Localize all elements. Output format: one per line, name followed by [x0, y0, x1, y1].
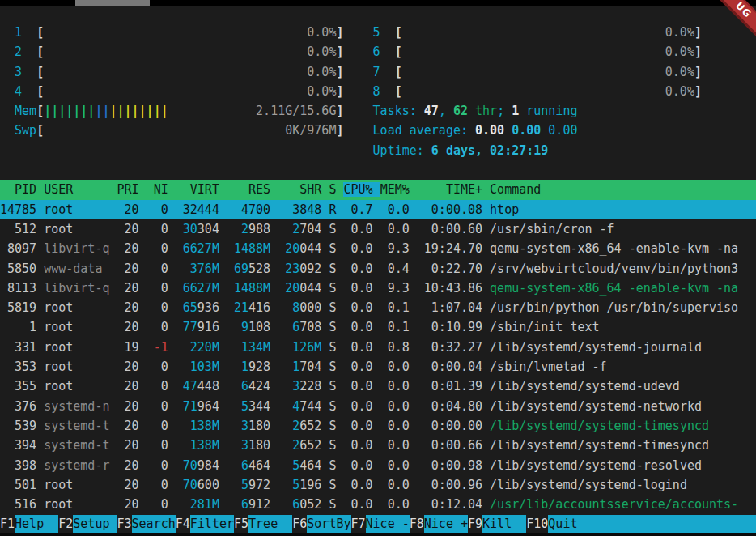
fkey-f8-nice-[interactable]: F8Nice +: [410, 515, 468, 533]
ni-cell: 0: [147, 497, 168, 512]
swp-label: Swp: [15, 123, 36, 138]
process-row-512[interactable]: 512 root 20 0 30304 2988 2704 S 0.0 0.0 …: [0, 219, 756, 239]
window-tab-fragment[interactable]: [75, 0, 150, 6]
pri-cell: 20: [117, 359, 139, 374]
process-row-8113[interactable]: 8113 libvirt-q 20 0 6627M 1488M 20044 S …: [0, 279, 756, 298]
uptime-line: Uptime: 6 days, 02:27:19: [0, 141, 756, 160]
time-cell: 0:00.96: [417, 478, 482, 492]
column-header-pri[interactable]: PRI: [117, 182, 147, 197]
pid-cell: 539: [0, 419, 36, 433]
column-header-shr[interactable]: SHR: [278, 182, 329, 197]
pid-cell: 512: [0, 222, 36, 236]
process-row-516[interactable]: 516 root 20 0 281M 6912 6052 S 0.0 0.0 0…: [0, 495, 756, 514]
column-header-ni[interactable]: NI: [147, 182, 176, 197]
ni-cell: 0: [147, 359, 168, 374]
uptime-value: 6 days, 02:27:19: [431, 143, 549, 158]
mem-cell: 0.0: [380, 458, 410, 473]
pid-cell: 5850: [0, 262, 36, 276]
user-cell: root: [44, 320, 109, 334]
meters-panel: 1 [ 0.0%] 5 [ 0.0%] 2 [ 0.0%] 6 [ 0.0%] …: [0, 6, 756, 180]
mem-cell: 0.0: [380, 438, 410, 453]
process-row-331[interactable]: 331 root 19 -1 220M 134M 126M S 0.0 0.8 …: [0, 338, 756, 357]
process-row-1[interactable]: 1 root 20 0 77916 9108 6708 S 0.0 0.1 0:…: [0, 317, 756, 337]
cpu-meter-row-3: 3 [ 0.0%] 7 [ 0.0%]: [0, 62, 756, 82]
process-row-14785[interactable]: 14785 root 20 0 32444 4700 3848 R 0.7 0.…: [0, 200, 756, 219]
mem-cell: 0.0: [380, 359, 410, 374]
user-cell: www-data: [44, 262, 109, 276]
process-row-539[interactable]: 539 systemd-t 20 0 138M 3180 2652 S 0.0 …: [0, 416, 756, 436]
user-cell: root: [44, 497, 109, 512]
column-header-pid[interactable]: PID: [0, 182, 44, 197]
command-cell: /lib/systemd/systemd-udevd: [490, 379, 680, 393]
cpu-percent: 0.0%: [307, 84, 336, 99]
process-row-5819[interactable]: 5819 root 20 0 65936 21416 8000 S 0.0 0.…: [0, 298, 756, 317]
ni-cell: -1: [147, 340, 168, 355]
cpu-cell: 0.0: [343, 379, 372, 393]
column-header-mem[interactable]: MEM%: [380, 182, 417, 197]
pri-cell: 20: [117, 399, 139, 414]
fkey-f5-tree[interactable]: F5Tree: [234, 515, 292, 533]
pid-cell: 8113: [0, 281, 36, 296]
fkey-f3-search[interactable]: F3Search: [117, 515, 176, 533]
column-header-user[interactable]: USER: [44, 182, 117, 197]
column-header-virt[interactable]: VIRT: [176, 182, 227, 197]
mem-cell: 0.0: [380, 202, 410, 217]
process-row-5850[interactable]: 5850 www-data 20 0 376M 69528 23092 S 0.…: [0, 259, 756, 279]
cpu-cell: 0.0: [343, 241, 372, 256]
cpu-cell: 0.0: [343, 399, 372, 414]
time-cell: 0:00.98: [417, 458, 482, 473]
cpu-percent: 0.0%: [307, 65, 336, 79]
process-row-353[interactable]: 353 root 20 0 103M 1928 1704 S 0.0 0.0 0…: [0, 357, 756, 376]
time-cell: 0:00.66: [417, 438, 482, 453]
fkey-f2-setup[interactable]: F2Setup: [58, 515, 117, 533]
cpu-percent: 0.0%: [665, 25, 694, 40]
column-header-res[interactable]: RES: [227, 182, 278, 197]
ni-cell: 0: [147, 241, 168, 256]
window-top-strip: [0, 0, 756, 6]
mem-cell: 9.3: [380, 281, 410, 296]
command-cell: /lib/systemd/systemd-journald: [490, 340, 702, 355]
command-cell: htop: [490, 202, 519, 217]
time-cell: 0:01.39: [417, 379, 482, 393]
fkey-f7-nice-[interactable]: F7Nice -: [351, 515, 410, 533]
time-cell: 0:10.99: [417, 320, 482, 334]
command-cell: qemu-system-x86_64 -enable-kvm -na: [490, 241, 738, 256]
process-row-376[interactable]: 376 systemd-n 20 0 71964 5344 4744 S 0.0…: [0, 397, 756, 416]
ni-cell: 0: [147, 419, 168, 433]
fkey-f1-help[interactable]: F1Help: [0, 515, 58, 533]
ni-cell: 0: [147, 379, 168, 393]
pri-cell: 20: [117, 320, 139, 334]
pid-cell: 8097: [0, 241, 36, 256]
fkey-f6-sortby[interactable]: F6SortBy: [292, 515, 350, 533]
column-header-command[interactable]: Command: [490, 182, 541, 197]
ni-cell: 0: [147, 320, 168, 334]
column-header-time[interactable]: TIME+: [417, 182, 490, 197]
pri-cell: 20: [117, 241, 139, 256]
fkey-f4-filter[interactable]: F4Filter: [176, 515, 234, 533]
process-row-501[interactable]: 501 root 20 0 70600 5972 5196 S 0.0 0.0 …: [0, 475, 756, 495]
pri-cell: 20: [117, 222, 139, 236]
user-cell: root: [44, 359, 109, 374]
time-cell: 0:04.80: [417, 399, 482, 414]
user-cell: libvirt-q: [44, 241, 109, 256]
fkey-f10-quit[interactable]: F10Quit: [526, 515, 592, 533]
time-cell: 0:00.60: [417, 222, 482, 236]
command-cell: /lib/systemd/systemd-timesyncd: [490, 419, 709, 433]
ni-cell: 0: [147, 300, 168, 315]
column-header-cpu[interactable]: CPU%: [343, 182, 380, 197]
mem-cell: 0.0: [380, 419, 410, 433]
user-cell: root: [44, 222, 109, 236]
threads-count: 62: [453, 104, 468, 118]
column-header-s[interactable]: S: [329, 182, 343, 197]
fkey-f9-kill[interactable]: F9Kill: [468, 515, 526, 533]
process-row-8097[interactable]: 8097 libvirt-q 20 0 6627M 1488M 20044 S …: [0, 239, 756, 258]
mem-cell: 0.0: [380, 497, 410, 512]
pri-cell: 19: [117, 340, 139, 355]
cpu-id: 1: [15, 25, 36, 40]
process-row-355[interactable]: 355 root 20 0 47448 6424 3228 S 0.0 0.0 …: [0, 376, 756, 396]
pid-cell: 398: [0, 458, 36, 473]
process-row-394[interactable]: 394 systemd-t 20 0 138M 3180 2652 S 0.0 …: [0, 436, 756, 455]
process-row-398[interactable]: 398 systemd-r 20 0 70984 6464 5464 S 0.0…: [0, 456, 756, 475]
command-cell: /lib/systemd/systemd-networkd: [490, 399, 702, 414]
time-cell: 0:00.08: [417, 202, 482, 217]
